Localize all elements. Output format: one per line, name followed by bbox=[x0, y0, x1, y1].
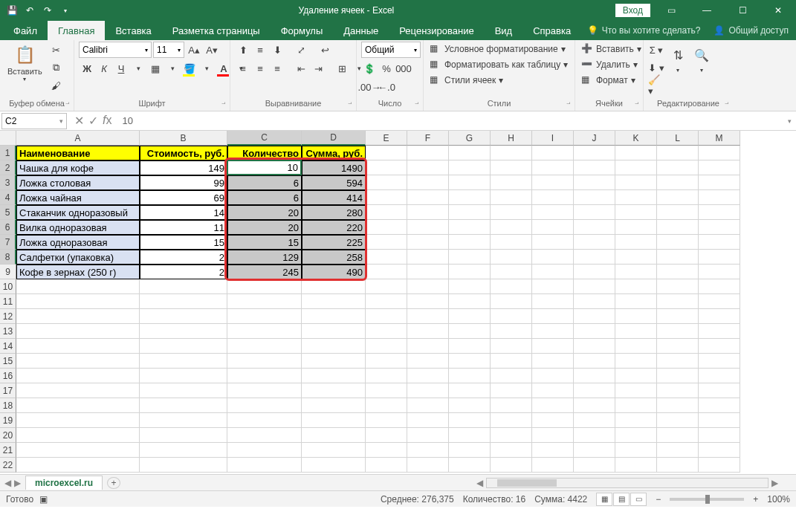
cell[interactable]: 245 bbox=[227, 265, 302, 279]
cell[interactable] bbox=[491, 339, 532, 354]
tab-view[interactable]: Вид bbox=[485, 21, 523, 40]
font-name-combo[interactable]: Calibri▾ bbox=[79, 42, 152, 58]
cell[interactable] bbox=[532, 279, 574, 294]
cell[interactable] bbox=[532, 369, 574, 383]
cell[interactable] bbox=[449, 220, 491, 235]
underline-dd-icon[interactable]: ▾ bbox=[130, 60, 146, 77]
cell[interactable] bbox=[491, 160, 532, 175]
column-header[interactable]: L bbox=[657, 131, 699, 146]
decrease-indent-icon[interactable]: ⇤ bbox=[293, 60, 309, 77]
tab-file[interactable]: Файл bbox=[3, 21, 48, 40]
cell[interactable] bbox=[449, 309, 491, 324]
cell[interactable]: 594 bbox=[302, 175, 366, 190]
row-header[interactable]: 16 bbox=[0, 369, 16, 383]
cell[interactable] bbox=[366, 250, 407, 265]
cell[interactable] bbox=[449, 354, 491, 369]
cell[interactable] bbox=[16, 339, 140, 354]
cell[interactable] bbox=[574, 413, 615, 428]
cell[interactable] bbox=[615, 428, 657, 443]
cell[interactable] bbox=[532, 265, 574, 279]
insert-cells-button[interactable]: ➕Вставить ▾ bbox=[580, 42, 643, 56]
cell[interactable] bbox=[574, 369, 615, 383]
cell-styles-button[interactable]: ▦Стили ячеек ▾ bbox=[428, 73, 505, 88]
row-header[interactable]: 15 bbox=[0, 354, 16, 369]
cell[interactable]: 6 bbox=[227, 175, 302, 190]
cell[interactable] bbox=[16, 383, 140, 398]
fill-color-icon[interactable]: 🪣 bbox=[181, 60, 198, 77]
cell[interactable] bbox=[302, 428, 366, 443]
cell[interactable] bbox=[615, 413, 657, 428]
row-header[interactable]: 21 bbox=[0, 443, 16, 458]
cell[interactable] bbox=[574, 235, 615, 250]
cell[interactable]: 2 bbox=[140, 265, 227, 279]
cell[interactable] bbox=[615, 175, 657, 190]
cell[interactable] bbox=[449, 413, 491, 428]
cell[interactable] bbox=[140, 428, 227, 443]
cell[interactable] bbox=[302, 413, 366, 428]
cell[interactable]: 20 bbox=[227, 220, 302, 235]
cell[interactable] bbox=[699, 324, 740, 339]
cell[interactable] bbox=[407, 398, 449, 413]
cell[interactable] bbox=[366, 339, 407, 354]
cell[interactable] bbox=[227, 398, 302, 413]
row-header[interactable]: 17 bbox=[0, 383, 16, 398]
cell[interactable] bbox=[407, 220, 449, 235]
cell[interactable] bbox=[449, 190, 491, 205]
cell[interactable] bbox=[227, 369, 302, 383]
cell[interactable] bbox=[699, 205, 740, 220]
cell[interactable] bbox=[574, 160, 615, 175]
cell[interactable] bbox=[449, 369, 491, 383]
cell[interactable] bbox=[366, 458, 407, 473]
percent-icon[interactable]: % bbox=[378, 60, 395, 77]
cell[interactable] bbox=[615, 146, 657, 160]
cell[interactable] bbox=[407, 265, 449, 279]
zoom-slider[interactable] bbox=[670, 498, 744, 501]
cell[interactable]: Кофе в зернах (250 г) bbox=[16, 265, 140, 279]
sheet-next-icon[interactable]: ▶ bbox=[14, 478, 21, 488]
format-cells-button[interactable]: ▦Формат ▾ bbox=[580, 73, 637, 88]
clear-icon[interactable]: 🧹▾ bbox=[648, 77, 664, 94]
increase-indent-icon[interactable]: ⇥ bbox=[310, 60, 326, 77]
cell[interactable] bbox=[407, 458, 449, 473]
cell[interactable] bbox=[491, 175, 532, 190]
cell[interactable] bbox=[615, 265, 657, 279]
cell[interactable] bbox=[699, 458, 740, 473]
cell[interactable] bbox=[302, 354, 366, 369]
cell[interactable] bbox=[699, 369, 740, 383]
cell[interactable] bbox=[699, 235, 740, 250]
column-header[interactable]: J bbox=[574, 131, 615, 146]
cell[interactable]: 258 bbox=[302, 250, 366, 265]
align-top-icon[interactable]: ⬆ bbox=[235, 42, 251, 58]
cell[interactable] bbox=[407, 354, 449, 369]
close-icon[interactable]: ✕ bbox=[763, 0, 793, 21]
cell[interactable] bbox=[657, 369, 699, 383]
view-page-layout-icon[interactable]: ▤ bbox=[613, 493, 630, 506]
row-header[interactable]: 4 bbox=[0, 190, 16, 205]
align-center-icon[interactable]: ≡ bbox=[252, 60, 268, 77]
save-icon[interactable]: 💾 bbox=[4, 3, 19, 18]
cell[interactable] bbox=[615, 190, 657, 205]
conditional-formatting-button[interactable]: ▦Условное форматирование ▾ bbox=[428, 42, 567, 56]
zoom-level[interactable]: 100% bbox=[767, 494, 790, 505]
formula-expand-icon[interactable]: ▾ bbox=[783, 117, 796, 125]
cell[interactable] bbox=[16, 443, 140, 458]
cell[interactable] bbox=[532, 309, 574, 324]
cell[interactable] bbox=[491, 458, 532, 473]
tab-insert[interactable]: Вставка bbox=[105, 21, 161, 40]
cell[interactable] bbox=[699, 309, 740, 324]
tab-formulas[interactable]: Формулы bbox=[271, 21, 334, 40]
cell[interactable]: 14 bbox=[140, 205, 227, 220]
cell[interactable] bbox=[491, 250, 532, 265]
cell[interactable]: Ложка одноразовая bbox=[16, 235, 140, 250]
cell[interactable] bbox=[491, 294, 532, 309]
cell[interactable] bbox=[366, 205, 407, 220]
cell[interactable] bbox=[302, 369, 366, 383]
border-icon[interactable]: ▦ bbox=[147, 60, 164, 77]
cell[interactable] bbox=[532, 413, 574, 428]
cell[interactable] bbox=[407, 205, 449, 220]
cell[interactable] bbox=[16, 458, 140, 473]
cell[interactable] bbox=[227, 443, 302, 458]
cell[interactable] bbox=[699, 190, 740, 205]
column-header[interactable]: K bbox=[615, 131, 657, 146]
cell[interactable] bbox=[574, 428, 615, 443]
